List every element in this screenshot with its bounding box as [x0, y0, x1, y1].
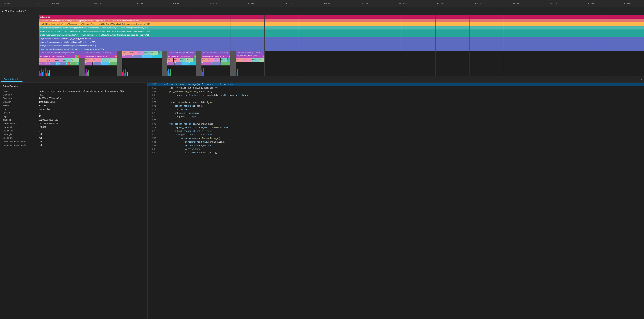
code-line-568[interactable]: 568 record, self.schema, self.metadata, … [148, 94, 644, 97]
detail-value: 1ms 391us 20ns [39, 101, 144, 103]
detail-row-stack_id: stack_id 8320333332267123 [3, 119, 144, 121]
code-text: mapped_record = stream_map.transform(rec… [159, 126, 232, 130]
code-line-573[interactable]: 573 schema=self.schema, [148, 112, 644, 115]
selection-tabs: Current Selection ↑ ▾ [0, 76, 644, 83]
time-10: +4.1 ms [362, 2, 368, 4]
code-line-571[interactable]: 571 stream_name=self.name, [148, 104, 644, 108]
expand-icon[interactable]: ▾ [640, 77, 642, 82]
flame-layer-call[interactable]: _call_ (/Users/edgarramirez/Library/Cach… [39, 22, 644, 26]
flame-col-gap-2 [117, 51, 122, 76]
code-text: schema=self.schema, [159, 112, 199, 115]
flame-layer-sync[interactable]: sync (/Users/edgarramirez/Code/sdk/singe… [39, 44, 644, 48]
code-line-566[interactable]: 566 str">"""Write out a RECORD message."… [148, 86, 644, 90]
flame-layer-cli[interactable]: cli (/Users/edgarramirez/Code/sdk/singer… [39, 37, 644, 40]
code-line-572[interactable]: 572 row=record, [148, 108, 644, 112]
code-line-570[interactable]: 570 record = conform_record_data_types( [148, 101, 644, 104]
flame-col-5[interactable]: _write_record_message (/Users/edg... pop… [202, 51, 230, 76]
time-6: +2.1 ms [210, 2, 217, 4]
flame-layer-invoke2[interactable]: invoke (/Users/edgarramirez/Library/Cach… [39, 33, 644, 37]
code-line-567[interactable]: 567 pop_deselected_record_properties( [148, 90, 644, 94]
time-7: +2.6 ms [248, 2, 255, 4]
time-12: +5.1 ms [437, 2, 444, 4]
code-text: pop_deselected_record_properties( [159, 90, 212, 94]
code-line-578[interactable]: 578 # Emit record if not filtered [148, 130, 644, 133]
detail-value: 1s 250ms 632us 100ns [39, 97, 144, 100]
detail-row-thread_ts: thread_ts null [3, 133, 144, 136]
code-line-565[interactable]: 565 def _write_record_message(self, reco… [148, 83, 644, 86]
slice-details-panel: Slice Details Name _write_record_message… [0, 83, 148, 319]
flame-layer-invoke1[interactable]: invoke (/Users/edgarramirez/Library/Cach… [39, 30, 644, 33]
flame-layer-sync-records[interactable]: _sync_records (/Users/edgarramirez/Code/… [39, 48, 644, 51]
flame-col-3[interactable]: wra... wra... wr... pop... w... f... mak… [122, 51, 162, 76]
detail-value: 0 [39, 112, 144, 114]
detail-key: thread_ts [3, 133, 39, 136]
flame-col-1[interactable]: _write_record_message (/Users/edgarramir… [39, 51, 79, 76]
detail-value: null [39, 144, 144, 146]
code-line-569[interactable]: 569 ) [148, 97, 644, 101]
time-3: +554.3 us [94, 2, 102, 4]
flame-layer-module[interactable]: <module> (/Users/edgarramirez/Library/Ca… [39, 19, 644, 22]
process-row[interactable]: ▲ MainProcess 24347 [0, 7, 644, 15]
line-number: 569 [149, 97, 156, 101]
code-line-582[interactable]: 582 record=mapped_record, [148, 144, 644, 148]
time-11: +4.6 ms [399, 2, 406, 4]
code-text: version=None, [159, 148, 202, 151]
detail-row-track_id: track_id 0 [3, 112, 144, 114]
code-line-583[interactable]: 583 version=None, [148, 148, 644, 151]
line-number: 568 [149, 94, 156, 97]
code-line-575[interactable]: 575 ) [148, 119, 644, 122]
detail-key: thread_dur [3, 137, 39, 139]
flame-col-6[interactable]: _write_record_message (/Users/edg... pop… [236, 51, 264, 76]
detail-value: null [39, 133, 144, 136]
detail-key: type [3, 108, 39, 110]
flame-col-4[interactable]: _write_record_message (/Users/edg... pop… [167, 51, 196, 76]
detail-rows: Name _write_record_message (/Users/edgar… [3, 90, 144, 146]
time-8: +3.1 ms [286, 2, 292, 4]
code-line-579[interactable]: 579 if mapped_record is not None: [148, 133, 644, 137]
line-number: 581 [149, 140, 156, 144]
flame-col-2[interactable]: _write_record_message (/Users/edg... pop… [84, 51, 117, 76]
detail-key: parent_stack_id [3, 122, 39, 125]
flame-layer-main[interactable]: main (/Users/edgarramirez/Library/Caches… [39, 26, 644, 30]
line-number: 583 [149, 148, 156, 151]
code-text: stream=stream_map.stream_alias, [159, 140, 225, 144]
time-16: +7.1 ms [588, 2, 595, 4]
code-text: if mapped_record is not None: [159, 133, 212, 137]
detail-key: Duration [3, 101, 39, 103]
code-text: record, self.schema, self.metadata, self… [159, 94, 250, 97]
code-text: for stream_map in self.stream_maps: [159, 122, 215, 126]
flame-col-gap-4 [196, 51, 202, 76]
code-view-panel[interactable]: 565 def _write_record_message(self, reco… [148, 83, 644, 319]
tab-current-selection[interactable]: Current Selection [2, 77, 22, 82]
detail-row-start-time: Start time 1s 250ms 632us 100ns [3, 97, 144, 100]
line-number: 570 [149, 101, 156, 104]
process-chevron[interactable]: ▲ [2, 10, 4, 12]
flame-layer-builtins[interactable]: builtins.exec [39, 15, 644, 19]
timeline-header: 50427.3 s + 1.3 s +54.3 us +554.3 us +1.… [0, 0, 644, 7]
code-line-580[interactable]: 580 record_message = RecordMessage( [148, 137, 644, 140]
code-line-574[interactable]: 574 logger=self.logger, [148, 115, 644, 119]
sort-icon[interactable]: ↑ [635, 78, 638, 82]
flame-col-gap-3 [162, 51, 167, 76]
bottom-content: Slice Details Name _write_record_message… [0, 83, 644, 319]
line-number: 582 [149, 144, 156, 148]
code-text: record=mapped_record, [159, 144, 212, 148]
line-number: 584 [149, 151, 156, 155]
line-number: 575 [149, 119, 156, 122]
code-line-577[interactable]: 577 mapped_record = stream_map.transform… [148, 126, 644, 130]
code-text: record_message = RecordMessage( [159, 137, 220, 140]
code-line-581[interactable]: 581 stream=stream_map.stream_alias, [148, 140, 644, 144]
flame-layer-sync-all[interactable]: sync_all (/Users/edgarramirez/Code/sdk/s… [39, 40, 644, 44]
detail-key: depth [3, 115, 39, 118]
detail-row-slice-id: Slice ID 301141 [3, 104, 144, 107]
time-9: +3.6 ms [324, 2, 330, 4]
detail-value: 10 [39, 115, 144, 118]
code-line-584[interactable]: 584 time_extracted=utc_now(), [148, 151, 644, 155]
line-number: 566 [149, 86, 156, 90]
bottom-panel: Current Selection ↑ ▾ Slice Details Name… [0, 76, 644, 319]
flame-graph-area[interactable]: builtins.exec <module> (/Users/edgarrami… [0, 15, 644, 76]
tab-icons: ↑ ▾ [635, 77, 642, 82]
code-line-576[interactable]: 576 for stream_map in self.stream_maps: [148, 122, 644, 126]
line-number: 578 [149, 130, 156, 133]
time-5: +1.6 ms [173, 2, 179, 4]
